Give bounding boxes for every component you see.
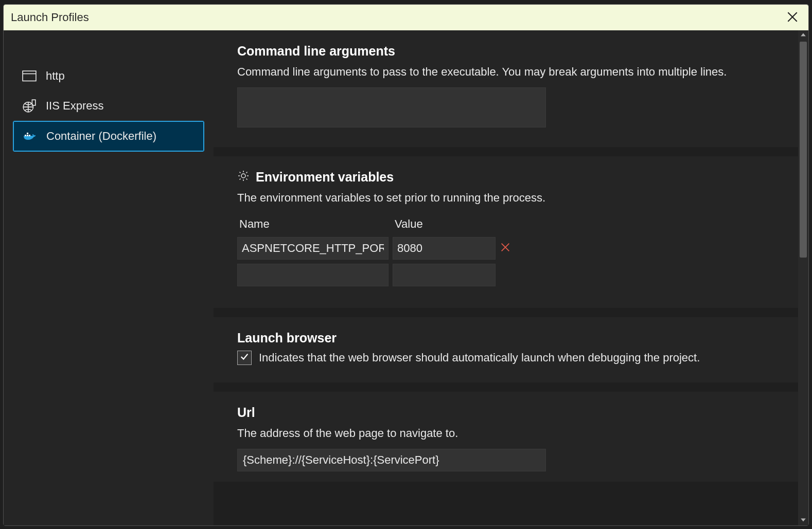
profile-item-label: http [46, 69, 65, 83]
sidebar: http IIS Express Container (Dockerfile) [4, 30, 214, 525]
env-value-input[interactable] [393, 264, 495, 286]
close-button[interactable] [784, 8, 801, 27]
svg-rect-9 [27, 135, 28, 136]
profile-item-label: IIS Express [46, 99, 103, 113]
profile-item-iis-express[interactable]: IIS Express [13, 91, 204, 121]
scroll-down-button[interactable] [798, 515, 808, 525]
new-profile-button[interactable] [18, 38, 32, 52]
svg-rect-11 [27, 133, 28, 134]
svg-point-12 [241, 174, 245, 178]
profile-item-http[interactable]: http [13, 61, 204, 91]
window-icon [22, 69, 37, 83]
profile-list: http IIS Express Container (Dockerfile) [4, 57, 214, 156]
dialog-title: Launch Profiles [11, 11, 89, 24]
scrollbar[interactable] [798, 30, 808, 525]
cmdline-title: Command line arguments [237, 44, 395, 59]
url-input[interactable] [237, 449, 546, 471]
env-name-input[interactable] [238, 264, 388, 286]
chevron-up-icon [800, 31, 806, 40]
section-cmdline: Command line arguments Command line argu… [214, 30, 798, 147]
env-row [237, 264, 515, 286]
checkmark-icon [240, 352, 249, 363]
profile-item-label: Container (Dockerfile) [46, 130, 156, 143]
settings-panel: Command line arguments Command line argu… [214, 30, 798, 525]
svg-rect-5 [23, 71, 36, 81]
launch-profiles-dialog: Launch Profiles [3, 4, 809, 526]
env-name-input[interactable] [238, 238, 388, 259]
cmdline-desc: Command line arguments to pass to the ex… [237, 64, 774, 80]
delete-profile-button[interactable] [67, 38, 82, 52]
env-header-name: Name [237, 217, 389, 233]
profile-item-container-dockerfile[interactable]: Container (Dockerfile) [13, 121, 204, 152]
env-value-input[interactable] [393, 238, 495, 259]
titlebar: Launch Profiles [4, 5, 808, 30]
svg-rect-8 [25, 135, 26, 136]
docker-icon [23, 130, 37, 143]
url-desc: The address of the web page to navigate … [237, 425, 774, 442]
browser-checkbox-label: Indicates that the web browser should au… [259, 351, 700, 364]
section-env: Environment variables The environment va… [214, 156, 798, 308]
env-desc: The environment variables to set prior t… [237, 190, 774, 206]
scroll-up-button[interactable] [798, 30, 808, 41]
env-table: Name Value [233, 213, 519, 290]
env-title: Environment variables [256, 170, 394, 185]
env-header-value: Value [393, 217, 496, 233]
cmdline-input[interactable] [237, 87, 546, 127]
gear-icon [237, 170, 250, 184]
browser-title: Launch browser [237, 331, 337, 345]
rename-profile-button[interactable] [92, 38, 107, 52]
close-icon [786, 17, 799, 25]
env-row [237, 237, 515, 260]
svg-rect-10 [29, 135, 30, 136]
env-delete-button[interactable] [500, 237, 515, 260]
delete-icon [500, 246, 511, 254]
launch-browser-checkbox[interactable] [237, 351, 252, 365]
url-title: Url [237, 405, 255, 420]
duplicate-profile-button[interactable] [43, 38, 57, 52]
scroll-thumb[interactable] [800, 42, 807, 258]
section-url: Url The address of the web page to navig… [214, 392, 798, 482]
sidebar-toolbar [4, 30, 214, 57]
chevron-down-icon [800, 516, 806, 525]
globe-icon [22, 99, 37, 113]
section-browser: Launch browser Indicates that the web br… [214, 317, 798, 382]
